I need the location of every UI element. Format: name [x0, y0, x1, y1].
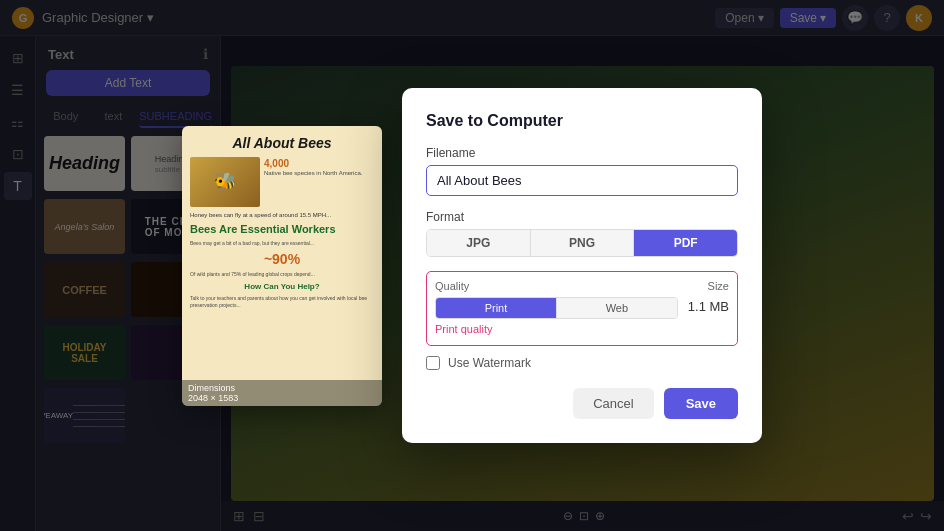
filename-input[interactable] [426, 165, 738, 196]
modal-overlay: All About Bees 🐝 4,000 Native bee specie… [0, 0, 944, 531]
size-section: Size 1.1 MB [688, 280, 729, 337]
format-selector: JPG PNG PDF [426, 229, 738, 257]
quality-section: Quality Print Web Print quality [435, 280, 678, 337]
size-value: 1.1 MB [688, 297, 729, 314]
watermark-label: Use Watermark [448, 356, 531, 370]
dialog-buttons: Cancel Save [426, 388, 738, 419]
cancel-button[interactable]: Cancel [573, 388, 653, 419]
dialog-title: Save to Computer [426, 112, 738, 130]
format-jpg-btn[interactable]: JPG [427, 230, 531, 256]
print-quality-link[interactable]: Print quality [435, 323, 492, 335]
quality-web-btn[interactable]: Web [557, 298, 677, 318]
preview-card: All About Bees 🐝 4,000 Native bee specie… [182, 126, 382, 406]
watermark-row: Use Watermark [426, 356, 738, 370]
preview-dimensions: Dimensions 2048 × 1583 [182, 380, 382, 406]
format-png-btn[interactable]: PNG [531, 230, 635, 256]
format-label: Format [426, 210, 738, 224]
save-confirm-button[interactable]: Save [664, 388, 738, 419]
quality-selector: Print Web [435, 297, 678, 319]
format-pdf-btn[interactable]: PDF [634, 230, 737, 256]
quality-print-btn[interactable]: Print [436, 298, 557, 318]
quality-label: Quality [435, 280, 678, 292]
quality-size-section: Quality Print Web Print quality Size 1.1… [426, 271, 738, 346]
watermark-checkbox[interactable] [426, 356, 440, 370]
save-dialog: Save to Computer Filename Format JPG PNG… [402, 88, 762, 443]
filename-label: Filename [426, 146, 738, 160]
size-label: Size [688, 280, 729, 292]
